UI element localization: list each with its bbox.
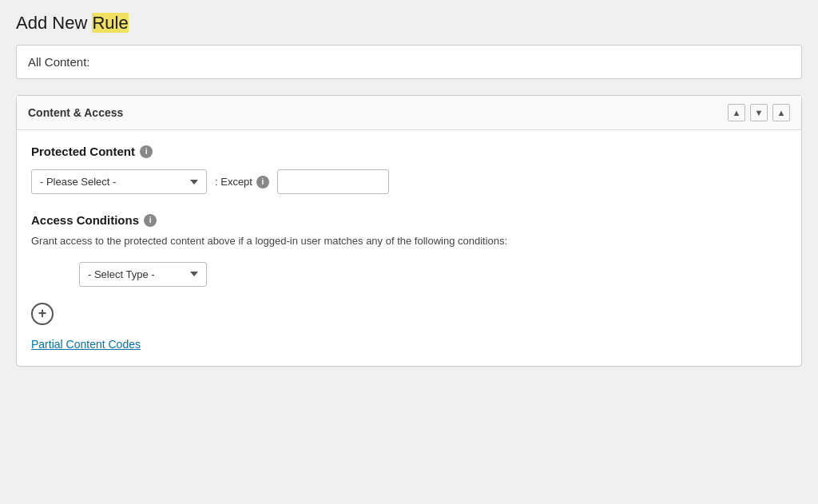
content-access-panel: Content & Access ▲ ▼ ▲ Protected Content… — [16, 95, 802, 367]
page-wrapper: Add New Rule All Content: Content & Acce… — [0, 0, 818, 504]
chevron-up-icon: ▲ — [733, 108, 741, 117]
partial-content-codes-link[interactable]: Partial Content Codes — [31, 338, 141, 351]
protected-content-section-title: Protected Content i — [31, 145, 787, 158]
add-condition-button[interactable]: + — [31, 303, 54, 325]
panel-down-button[interactable]: ▼ — [750, 104, 768, 121]
protected-content-title-text: Protected Content — [31, 145, 135, 158]
collapse-icon: ▲ — [777, 108, 786, 117]
except-input[interactable] — [277, 169, 389, 194]
except-text: : Except — [215, 176, 252, 188]
page-title: Add New Rule — [16, 13, 802, 34]
access-conditions-title-text: Access Conditions — [31, 213, 139, 227]
panel-collapse-button[interactable]: ▲ — [772, 104, 790, 121]
cursor-highlight: Rule — [92, 13, 128, 33]
access-conditions-info-icon[interactable]: i — [144, 214, 157, 227]
access-description: Grant access to the protected content ab… — [31, 233, 787, 249]
panel-header-title: Content & Access — [28, 106, 123, 119]
panel-header: Content & Access ▲ ▼ ▲ — [17, 96, 801, 130]
select-type-dropdown[interactable]: - Select Type - — [79, 262, 207, 287]
chevron-down-icon: ▼ — [755, 108, 764, 117]
panel-body: Protected Content i - Please Select - : … — [17, 130, 801, 366]
panel-header-controls: ▲ ▼ ▲ — [728, 104, 790, 121]
all-content-label: All Content: — [28, 55, 90, 69]
all-content-bar: All Content: — [16, 45, 802, 79]
except-info-icon[interactable]: i — [256, 176, 269, 189]
except-label: : Except i — [215, 176, 269, 189]
panel-up-button[interactable]: ▲ — [728, 104, 745, 121]
protected-content-row: - Please Select - : Except i — [31, 169, 787, 194]
please-select-dropdown[interactable]: - Please Select - — [31, 169, 207, 194]
plus-icon: + — [38, 305, 47, 322]
protected-content-info-icon[interactable]: i — [140, 145, 153, 158]
access-conditions-section-title: Access Conditions i — [31, 213, 787, 227]
access-conditions-section: Access Conditions i Grant access to the … — [31, 213, 787, 351]
